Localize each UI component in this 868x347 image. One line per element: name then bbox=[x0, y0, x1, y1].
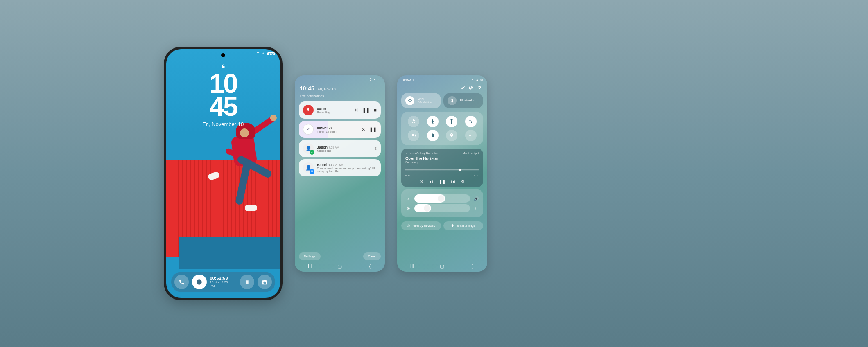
signal-icon: ▲ bbox=[373, 78, 376, 81]
nearby-devices-button[interactable]: ◎ Nearby devices bbox=[401, 221, 441, 230]
battery-saver-toggle[interactable] bbox=[425, 130, 441, 141]
media-total: 5:20 bbox=[474, 174, 479, 177]
status-bar: ⋮ ▲ ▭ bbox=[295, 75, 385, 81]
signal-icon: ▲ bbox=[476, 78, 479, 81]
media-elapsed: 0:20 bbox=[405, 174, 410, 177]
wifi-network: Office/visitors bbox=[418, 101, 432, 104]
nav-back-icon[interactable]: ⟨ bbox=[469, 264, 475, 269]
notification-message[interactable]: 👤 ✉ Katarina 7:20 AM Do you want me to r… bbox=[299, 159, 381, 176]
nav-recents-icon[interactable]: III bbox=[307, 264, 313, 269]
caller-name: Jason bbox=[317, 145, 328, 149]
nav-recents-icon[interactable]: III bbox=[409, 264, 415, 269]
media-progress[interactable] bbox=[405, 166, 479, 174]
notification-recording[interactable]: 00:15 Recording... ✕ ❚❚ ■ bbox=[299, 101, 381, 119]
wifi-icon bbox=[405, 96, 414, 105]
wifi-icon: ⋮ bbox=[369, 78, 372, 81]
power-icon[interactable] bbox=[469, 86, 473, 90]
settings-icon[interactable] bbox=[477, 86, 481, 90]
prev-icon[interactable]: ⏮ bbox=[429, 179, 433, 184]
shuffle-icon[interactable]: ⤨ bbox=[420, 179, 423, 184]
close-icon[interactable]: ✕ bbox=[355, 108, 358, 113]
pause-icon[interactable] bbox=[240, 275, 254, 289]
widget-info: 00:52:53 15min · 2:35 PM bbox=[210, 276, 233, 288]
section-label: Live notifications bbox=[295, 92, 385, 99]
signal-icon bbox=[262, 52, 265, 56]
battery-indicator: 100 bbox=[267, 52, 275, 55]
notification-count: 3 bbox=[375, 146, 377, 151]
volume-slider[interactable]: ♪ 🔊 bbox=[405, 194, 479, 203]
screen-record-icon bbox=[408, 130, 419, 141]
widget-timer-sub: 15min · 2:35 PM bbox=[210, 281, 233, 288]
carrier-label: Telecom bbox=[397, 75, 418, 81]
wifi-icon bbox=[256, 52, 260, 56]
clear-button[interactable]: Clear bbox=[363, 252, 381, 260]
song-artist: Samsung bbox=[405, 161, 479, 164]
edit-icon[interactable] bbox=[461, 86, 465, 90]
battery-icon: ▭ bbox=[480, 78, 483, 81]
phone-badge-icon: ✆ bbox=[310, 150, 314, 155]
next-icon[interactable]: ⏭ bbox=[451, 179, 455, 184]
nav-bar: III ▢ ⟨ bbox=[295, 264, 385, 269]
close-icon[interactable]: ✕ bbox=[362, 127, 365, 132]
bluetooth-icon bbox=[448, 96, 457, 105]
battery-icon: ▭ bbox=[378, 78, 381, 81]
battery-icon bbox=[427, 130, 439, 141]
clock-minute: 45 bbox=[203, 95, 244, 118]
wifi-toggle[interactable]: WiFiOffice/visitors bbox=[401, 93, 441, 108]
flashlight-icon bbox=[446, 116, 457, 127]
notification-panel: ⋮ ▲ ▭ 10:45 Fri, Nov 10 Live notificatio… bbox=[295, 75, 385, 272]
panel-time-value: 10:45 bbox=[300, 85, 314, 92]
speaker-icon[interactable]: 🔊 bbox=[473, 196, 479, 201]
quick-settings-panel: Telecom ⋮ ▲ ▭ WiFiOffice/visitors Blueto… bbox=[397, 75, 487, 272]
phone-icon[interactable] bbox=[174, 275, 189, 289]
smartthings-button[interactable]: ✱ SmartThings bbox=[443, 221, 483, 230]
timer-time: 00:52:53 bbox=[317, 126, 358, 130]
airplane-toggle[interactable] bbox=[425, 116, 441, 127]
lockscreen-clock: 10 45 Fri, November 10 bbox=[203, 72, 244, 126]
pause-icon[interactable]: ❚❚ bbox=[439, 179, 445, 184]
pause-icon[interactable]: ❚❚ bbox=[369, 127, 377, 132]
screen-record-toggle[interactable] bbox=[405, 130, 422, 141]
more-toggle[interactable] bbox=[463, 130, 479, 141]
pause-icon[interactable]: ❚❚ bbox=[362, 108, 370, 113]
data-toggle[interactable] bbox=[463, 116, 479, 127]
camera-notch bbox=[221, 53, 225, 57]
missed-call-label: Missed call bbox=[317, 149, 371, 152]
message-timestamp: 7:20 AM bbox=[333, 164, 344, 167]
recording-icon bbox=[303, 105, 314, 115]
nav-back-icon[interactable]: ⟨ bbox=[367, 264, 373, 269]
notification-missed-call[interactable]: 👤 ✆ Jason 7:29 AM Missed call 3 bbox=[299, 140, 381, 157]
panel-clock: 10:45 Fri, Nov 10 bbox=[295, 81, 385, 92]
avatar: 👤 ✉ bbox=[303, 162, 314, 173]
music-icon: ♪ bbox=[405, 196, 411, 201]
clock-icon[interactable] bbox=[192, 275, 206, 289]
lockscreen-widget[interactable]: 00:52:53 15min · 2:35 PM bbox=[171, 272, 275, 292]
media-player-card[interactable]: ♪ User's Galaxy Buds live Media output O… bbox=[401, 149, 483, 187]
media-output-button[interactable]: Media output bbox=[463, 152, 479, 155]
more-icon bbox=[465, 130, 477, 141]
moon-icon[interactable]: ☾ bbox=[473, 206, 479, 211]
notification-timer[interactable]: 00:52:53 Timer (1h 30m) ✕ ❚❚ bbox=[299, 121, 381, 138]
location-icon bbox=[446, 130, 457, 141]
settings-button[interactable]: Settings bbox=[299, 252, 321, 260]
flashlight-toggle[interactable] bbox=[443, 116, 460, 127]
timer-icon bbox=[303, 124, 314, 135]
smartthings-icon: ✱ bbox=[451, 224, 454, 228]
rotate-toggle[interactable] bbox=[405, 116, 422, 127]
stop-icon[interactable]: ■ bbox=[374, 108, 377, 113]
swap-icon bbox=[465, 116, 477, 127]
brightness-slider[interactable]: ☀ ☾ bbox=[405, 204, 479, 212]
sliders-card: ♪ 🔊 ☀ ☾ bbox=[401, 189, 483, 217]
media-device: ♪ User's Galaxy Buds live bbox=[405, 152, 438, 155]
bluetooth-toggle[interactable]: Bluetooth bbox=[443, 93, 483, 108]
cast-icon: ◎ bbox=[407, 224, 410, 228]
timer-label: Timer (1h 30m) bbox=[317, 130, 358, 133]
nav-home-icon[interactable]: ▢ bbox=[337, 264, 343, 269]
call-timestamp: 7:29 AM bbox=[329, 146, 339, 149]
lockscreen-phone: 100 10 45 Fri, November 10 bbox=[164, 47, 283, 300]
sun-icon: ☀ bbox=[405, 206, 411, 211]
location-toggle[interactable] bbox=[443, 130, 460, 141]
camera-icon[interactable] bbox=[258, 275, 272, 289]
repeat-icon[interactable]: ↻ bbox=[461, 179, 464, 184]
nav-home-icon[interactable]: ▢ bbox=[439, 264, 445, 269]
